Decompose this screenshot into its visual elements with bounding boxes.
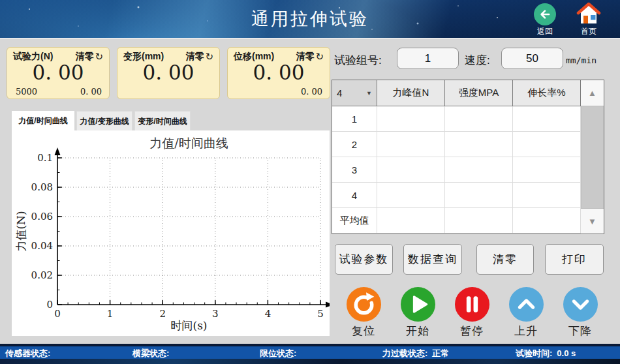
crossbeam-status: 横梁状态:: [132, 348, 174, 359]
table-cell: [513, 132, 581, 157]
speed-input[interactable]: [501, 48, 563, 69]
speed-unit: mm/min: [566, 55, 597, 65]
svg-text:0.1: 0.1: [37, 152, 53, 164]
bottom-strip: [0, 359, 620, 364]
svg-text:3: 3: [212, 308, 219, 320]
test-time: 试验时间:0.0 s: [516, 348, 576, 359]
group-number-label: 试验组号:: [334, 53, 382, 68]
chart-panel: 力值/时间曲线01234500.020.040.060.080.1时间(s)力值…: [12, 130, 330, 336]
up-button[interactable]: 上升: [503, 287, 550, 339]
svg-text:0: 0: [54, 308, 61, 320]
dropdown-icon: ▼: [366, 90, 372, 97]
test-parameters-button[interactable]: 试验参数: [335, 244, 393, 275]
row-label: 4: [332, 183, 377, 208]
status-bar: 传感器状态: 横梁状态: 限位状态: 力过载状态:正常 试验时间:0.0 s: [0, 346, 620, 359]
table-cell: [377, 183, 445, 208]
column-header-peak-force: 力峰值N: [377, 80, 445, 106]
down-button[interactable]: 下降: [557, 287, 604, 339]
svg-text:1: 1: [107, 308, 114, 320]
home-button[interactable]: [576, 2, 601, 26]
svg-text:力值/时间曲线: 力值/时间曲线: [149, 136, 228, 150]
back-arrow-icon: [536, 6, 553, 23]
deformation-meter: 变形(mm) 清零 ↻ 0. 00: [117, 47, 220, 99]
displacement-meter: 位移(mm) 清零 ↻ 0. 00 0. 00: [227, 47, 330, 99]
svg-text:2: 2: [159, 308, 166, 320]
column-header-strength: 强度MPA: [445, 80, 513, 106]
pause-button-label: 暂停: [448, 324, 495, 339]
rotate-icon: ↻: [95, 52, 103, 61]
table-cell: [513, 106, 581, 132]
table-cell: [445, 132, 513, 157]
home-icon: [576, 2, 601, 25]
table-cell: [445, 106, 513, 132]
tab-deformation-time-curve[interactable]: 变形/时间曲线: [134, 111, 191, 130]
table-cell: [445, 208, 513, 234]
play-icon: [401, 287, 435, 322]
tab-force-time-curve[interactable]: 力值/时间曲线: [12, 111, 74, 131]
svg-text:4: 4: [265, 308, 271, 320]
header: 通用拉伸试验 返回 首页: [0, 0, 620, 39]
deformation-value: 0. 00: [117, 62, 219, 83]
table-scroll-up-button[interactable]: ▲: [581, 80, 604, 106]
up-button-label: 上升: [503, 324, 550, 339]
overload-status: 力过载状态:正常: [382, 348, 449, 359]
reset-button-label: 复位: [340, 324, 387, 339]
print-button[interactable]: 打印: [545, 244, 604, 275]
svg-text:0.06: 0.06: [31, 211, 53, 222]
chevron-up-icon: [509, 287, 544, 322]
chevron-down-icon: [563, 287, 598, 322]
down-button-label: 下降: [557, 324, 604, 339]
force-value: 0. 00: [7, 62, 109, 83]
svg-text:0: 0: [46, 299, 53, 311]
back-button-label: 返回: [529, 26, 561, 37]
table-cell: [377, 106, 445, 132]
table-cell: [513, 157, 581, 183]
svg-text:0.08: 0.08: [31, 181, 53, 193]
scroll-up-icon: ▲: [588, 88, 597, 98]
page-title: 通用拉伸试验: [0, 7, 620, 31]
back-button[interactable]: [534, 3, 556, 25]
svg-text:0.02: 0.02: [31, 269, 53, 281]
table-scroll-down-button[interactable]: ▼: [581, 208, 604, 234]
displacement-sub-value: 0. 00: [301, 87, 322, 97]
table-cell: [445, 157, 513, 183]
row-label: 1: [332, 106, 377, 132]
pause-button[interactable]: 暂停: [448, 287, 495, 339]
force-sub-value: 0. 00: [80, 87, 102, 97]
svg-text:5: 5: [317, 308, 324, 320]
row-label: 3: [332, 157, 377, 183]
row-label: 2: [332, 132, 377, 157]
rotate-icon: ↻: [315, 52, 324, 61]
sensor-status: 传感器状态:: [5, 348, 55, 359]
tab-force-deformation-curve[interactable]: 力值/变形曲线: [76, 111, 132, 130]
results-table: 4 ▼ 力峰值N 强度MPA 伸长率% ▲ 1 2 3 4 平均值 ▼: [332, 80, 604, 234]
tensile-test-screen: 通用拉伸试验 返回 首页 试验力(N) 清零 ↻ 0. 00: [0, 0, 620, 364]
table-cell: [445, 183, 513, 208]
reset-icon: [347, 287, 381, 322]
speed-label: 速度:: [465, 53, 490, 68]
scroll-down-icon: ▼: [588, 217, 597, 226]
data-query-button[interactable]: 数据查询: [403, 244, 462, 275]
start-button-label: 开始: [394, 324, 441, 339]
table-cell: [377, 157, 445, 183]
force-time-chart: 力值/时间曲线01234500.020.040.060.080.1时间(s)力值…: [12, 130, 330, 336]
table-cell: [513, 183, 581, 208]
limit-status: 限位状态:: [260, 348, 301, 359]
table-cell: [377, 208, 445, 234]
start-button[interactable]: 开始: [394, 287, 441, 339]
column-header-elongation: 伸长率%: [513, 80, 581, 106]
svg-text:0.04: 0.04: [31, 240, 53, 252]
table-scrollbar[interactable]: [581, 106, 604, 208]
table-cell: [513, 208, 581, 234]
table-cell: [377, 132, 445, 157]
displacement-value: 0. 00: [228, 62, 330, 83]
row-count-select[interactable]: 4 ▼: [332, 80, 377, 106]
rotate-icon: ↻: [205, 52, 213, 61]
force-meter: 试验力(N) 清零 ↻ 0. 00 5000 0. 00: [7, 47, 110, 99]
force-range-value: 5000: [16, 87, 37, 97]
pause-icon: [455, 287, 489, 322]
svg-text:力值(N): 力值(N): [14, 211, 27, 251]
group-number-input[interactable]: [397, 48, 459, 69]
reset-button[interactable]: 复位: [340, 287, 387, 339]
clear-button[interactable]: 清零: [476, 244, 534, 275]
